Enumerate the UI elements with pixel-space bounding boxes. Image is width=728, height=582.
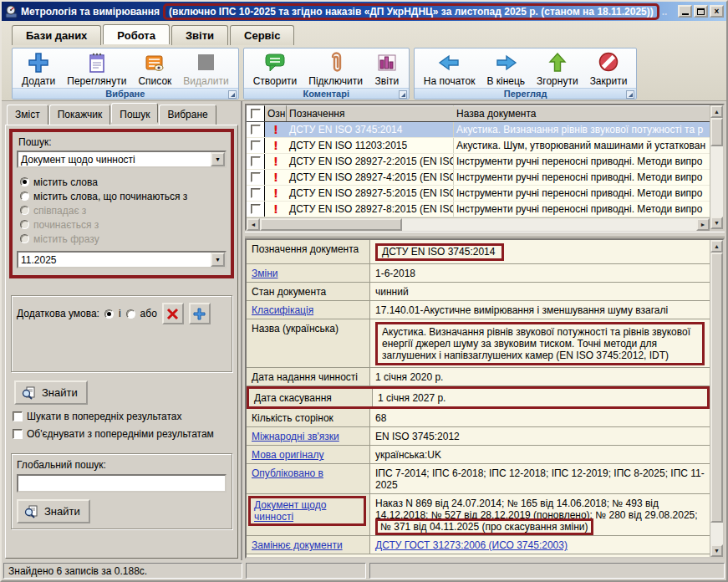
detail-label-link[interactable]: Замінює документи	[252, 539, 343, 551]
checkbox[interactable]	[251, 204, 261, 214]
create-button[interactable]: Створити	[247, 49, 303, 88]
scroll-left-icon[interactable]: ◄	[247, 218, 260, 231]
scroll-down-icon[interactable]: ▼	[710, 217, 723, 229]
document-name-cell: Інструменти ручні переносні приводні. Ме…	[454, 154, 710, 169]
minimize-button[interactable]	[678, 5, 692, 18]
results-vertical-scrollbar[interactable]: ▲ ▼	[710, 105, 723, 229]
details-vertical-scrollbar[interactable]: ▲ ▼	[710, 240, 723, 557]
detail-label: Назва (українська)	[247, 319, 370, 367]
global-find-button-label: Знайти	[44, 505, 80, 518]
checkbox[interactable]	[251, 140, 261, 151]
table-row[interactable]: !ДСТУ EN ISO 3745:2014Акустика. Визначан…	[247, 122, 710, 138]
search-label: Пошук:	[18, 136, 227, 148]
detail-label-link[interactable]: Документ щодо чинності	[254, 499, 326, 523]
button-label: В кінець	[486, 75, 525, 87]
add-condition-button[interactable]	[189, 303, 211, 324]
global-find-button[interactable]: Знайти	[17, 499, 90, 523]
table-row[interactable]: !ДСТУ EN ISO 11203:2015Акустика. Шум, ут…	[247, 138, 710, 154]
search-term-combobox[interactable]: 11.2025 ▼	[17, 251, 227, 268]
search-field-combobox[interactable]: Документ щодо чинності ▼	[17, 151, 227, 168]
sidebar-tab-contents[interactable]: Зміст	[7, 105, 48, 125]
ribbon-tab-work[interactable]: Робота	[103, 24, 170, 44]
scrollbar-thumb[interactable]	[260, 218, 402, 231]
global-search-label: Глобальний пошук:	[17, 459, 227, 471]
view-button[interactable]: Переглянути	[61, 49, 132, 88]
detail-label-link[interactable]: Зміни	[252, 268, 278, 279]
checkbox[interactable]	[13, 429, 23, 439]
add-button[interactable]: Додати	[16, 49, 61, 88]
details-panel: Позначення документаДСТУ EN ISO 3745:201…	[245, 238, 725, 559]
dialog-launcher-icon[interactable]	[399, 90, 407, 99]
maximize-button[interactable]	[694, 5, 708, 18]
column-header-mark[interactable]: Озн	[265, 105, 287, 121]
sidebar-tab-search[interactable]: Пошук	[111, 103, 158, 123]
minimize-icon	[682, 13, 689, 15]
dialog-launcher-icon[interactable]	[626, 90, 634, 99]
document-name-cell: Інструменти ручні переносні приводні. Ме…	[454, 170, 710, 185]
content-area: ЗмістПокажчикПошукВибране Пошук: Докумен…	[2, 101, 726, 560]
detail-label-link[interactable]: Мова оригіналу	[252, 449, 323, 461]
row-checkbox-cell	[247, 138, 265, 153]
scroll-right-icon[interactable]: ►	[696, 218, 710, 231]
find-button[interactable]: Знайти	[14, 380, 88, 405]
scroll-up-icon[interactable]: ▲	[710, 105, 723, 118]
detail-value-link[interactable]: ДСТУ ГОСТ 31273:2006 (ИСО 3745:2003)	[375, 539, 568, 551]
detail-value: 17.140.01-Акустичне вимірювання і зменшу…	[370, 301, 710, 319]
to-start-button[interactable]: На початок	[418, 49, 481, 88]
extra-condition-label: Додаткова умова:	[17, 308, 99, 319]
close-button[interactable]: Закрити	[584, 49, 634, 88]
global-search-input[interactable]	[17, 474, 227, 493]
detail-value-text: ІПС 7-2014; ІПС 6-2018; ІПС 12-2018; ІПС…	[375, 467, 705, 491]
radio-button[interactable]	[20, 177, 29, 186]
or-radio[interactable]	[126, 309, 135, 319]
chevron-down-icon[interactable]: ▼	[211, 253, 225, 267]
and-radio[interactable]	[104, 309, 114, 319]
alert-icon: !	[273, 140, 278, 151]
column-header-name[interactable]: Назва документа	[454, 105, 710, 121]
window-title-suffix: ..	[662, 6, 678, 18]
table-row[interactable]: !ДСТУ EN ISO 28927-4:2015 (EN ISO 289Інс…	[247, 170, 710, 186]
attach-button[interactable]: Підключити	[303, 49, 369, 88]
checkbox[interactable]	[251, 125, 261, 135]
select-all-checkbox[interactable]	[247, 105, 265, 121]
notepad-icon	[84, 50, 109, 75]
checkbox[interactable]	[251, 172, 261, 182]
column-header-designation[interactable]: Позначення	[287, 105, 454, 121]
splitter[interactable]	[245, 232, 725, 237]
table-row[interactable]: !ДСТУ EN ISO 28927-2:2015 (EN ISO 289Інс…	[247, 154, 710, 170]
checkbox[interactable]	[13, 411, 23, 421]
sidebar-tab-favorites[interactable]: Вибране	[159, 105, 216, 125]
radio-button[interactable]	[20, 191, 29, 201]
detail-label-link[interactable]: Міжнародні зв'язки	[252, 431, 339, 442]
ribbon-tab-databases[interactable]: Бази даних	[12, 25, 101, 45]
reports-button[interactable]: Звіти	[369, 49, 405, 88]
detail-label-link[interactable]: Документ щодо чинності	[248, 496, 366, 526]
chevron-down-icon[interactable]: ▼	[211, 152, 225, 166]
group-caption: Коментарі	[244, 88, 409, 99]
scrollbar-thumb[interactable]	[710, 118, 723, 146]
table-row[interactable]: !ДСТУ EN ISO 28927-5:2015 (EN ISO 289Інс…	[247, 186, 710, 202]
close-button[interactable]: ×	[710, 5, 724, 18]
dialog-launcher-icon[interactable]	[228, 90, 237, 99]
ribbon-tab-service[interactable]: Сервіс	[230, 25, 294, 45]
table-row[interactable]: !ДСТУ EN ISO 28927-8:2015 (EN ISO 289Інс…	[247, 202, 710, 217]
scrollbar-thumb[interactable]	[710, 253, 723, 523]
checkbox[interactable]	[251, 188, 261, 198]
detail-row-replaces: Замінює документиДСТУ ГОСТ 31273:2006 (И…	[247, 536, 710, 554]
remove-condition-button[interactable]	[162, 303, 184, 324]
detail-row-intl-relations: Міжнародні зв'язкиEN ISO 3745:2012	[247, 427, 710, 446]
detail-row-designation: Позначення документаДСТУ EN ISO 3745:201…	[247, 240, 710, 264]
sidebar-tab-index[interactable]: Покажчик	[49, 105, 111, 125]
to-end-button[interactable]: В кінець	[481, 49, 531, 88]
results-rows: !ДСТУ EN ISO 3745:2014Акустика. Визначан…	[247, 122, 710, 217]
list-button[interactable]: Список	[132, 49, 177, 88]
ribbon-tab-reports[interactable]: Звіти	[171, 25, 228, 45]
checkbox[interactable]	[251, 156, 261, 166]
detail-label-link[interactable]: Класифікація	[252, 304, 313, 316]
scroll-down-icon[interactable]: ▼	[710, 544, 723, 557]
scroll-up-icon[interactable]: ▲	[710, 240, 723, 253]
collapse-button[interactable]: Згорнути	[531, 49, 584, 88]
horizontal-scrollbar[interactable]: ◄ ►	[247, 217, 710, 231]
detail-label-link[interactable]: Опубліковано в	[252, 467, 323, 479]
search-mode-options: містить словамістить слова, що починають…	[20, 175, 227, 246]
